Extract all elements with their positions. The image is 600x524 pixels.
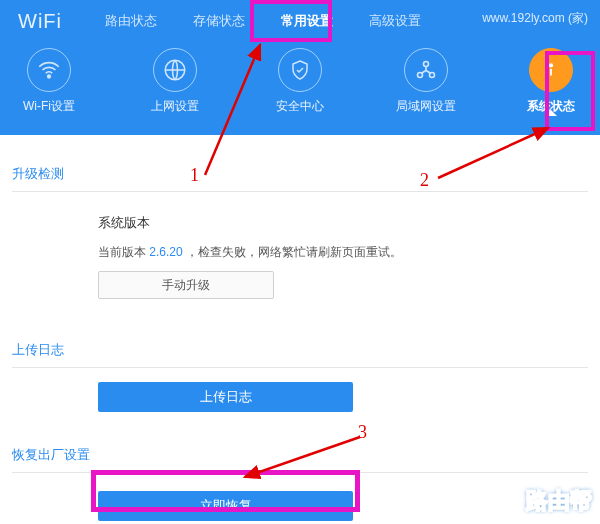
divider	[12, 367, 588, 368]
section-upload-title: 上传日志	[0, 299, 600, 367]
header: WiFi 路由状态 存储状态 常用设置 高级设置 www.192ly.com (…	[0, 0, 600, 135]
watermark: 路由帮	[526, 486, 592, 516]
version-block: 系统版本 当前版本 2.6.20 ，检查失败，网络繁忙请刷新页面重试。 手动升级	[0, 192, 600, 299]
nav-label: 系统状态	[527, 98, 575, 115]
version-suffix: ，检查失败，网络繁忙请刷新页面重试。	[186, 245, 402, 259]
section-restore-title: 恢复出厂设置	[0, 412, 600, 472]
version-line: 当前版本 2.6.20 ，检查失败，网络繁忙请刷新页面重试。	[98, 244, 600, 261]
nav-internet-settings[interactable]: 上网设置	[140, 48, 210, 115]
tab-router-status[interactable]: 路由状态	[87, 0, 175, 42]
top-row: WiFi 路由状态 存储状态 常用设置 高级设置 www.192ly.com (…	[0, 0, 600, 42]
section-upgrade-title: 升级检测	[0, 135, 600, 191]
nav-label: 安全中心	[276, 98, 324, 115]
info-icon	[529, 48, 573, 92]
annotation-number-1: 1	[190, 165, 199, 186]
divider	[12, 472, 588, 473]
icon-row: Wi-Fi设置 上网设置 安全中心	[0, 42, 600, 115]
top-tabs: 路由状态 存储状态 常用设置 高级设置	[87, 0, 439, 42]
nav-lan-settings[interactable]: 局域网设置	[391, 48, 461, 115]
annotation-number-2: 2	[420, 170, 429, 191]
logo: WiFi	[18, 10, 62, 33]
nav-label: 局域网设置	[396, 98, 456, 115]
wifi-icon	[27, 48, 71, 92]
tab-common-settings[interactable]: 常用设置	[263, 0, 351, 42]
svg-point-2	[423, 62, 428, 67]
url-label: www.192ly.com (家)	[482, 10, 588, 27]
svg-point-5	[550, 64, 552, 66]
nav-wifi-settings[interactable]: Wi-Fi设置	[14, 48, 84, 115]
shield-icon	[278, 48, 322, 92]
nav-label: Wi-Fi设置	[23, 98, 75, 115]
lan-icon	[404, 48, 448, 92]
svg-point-0	[48, 75, 51, 78]
nav-system-status[interactable]: 系统状态	[516, 48, 586, 115]
version-heading: 系统版本	[98, 214, 600, 232]
nav-security-center[interactable]: 安全中心	[265, 48, 335, 115]
version-number: 2.6.20	[149, 245, 182, 259]
content: 升级检测 系统版本 当前版本 2.6.20 ，检查失败，网络繁忙请刷新页面重试。…	[0, 135, 600, 521]
tab-advanced-settings[interactable]: 高级设置	[351, 0, 439, 42]
version-prefix: 当前版本	[98, 245, 146, 259]
nav-label: 上网设置	[151, 98, 199, 115]
globe-icon	[153, 48, 197, 92]
manual-upgrade-button[interactable]: 手动升级	[98, 271, 274, 299]
upload-log-button[interactable]: 上传日志	[98, 382, 353, 412]
restore-now-button[interactable]: 立即恢复	[98, 491, 353, 521]
annotation-number-3: 3	[358, 422, 367, 443]
tab-storage-status[interactable]: 存储状态	[175, 0, 263, 42]
